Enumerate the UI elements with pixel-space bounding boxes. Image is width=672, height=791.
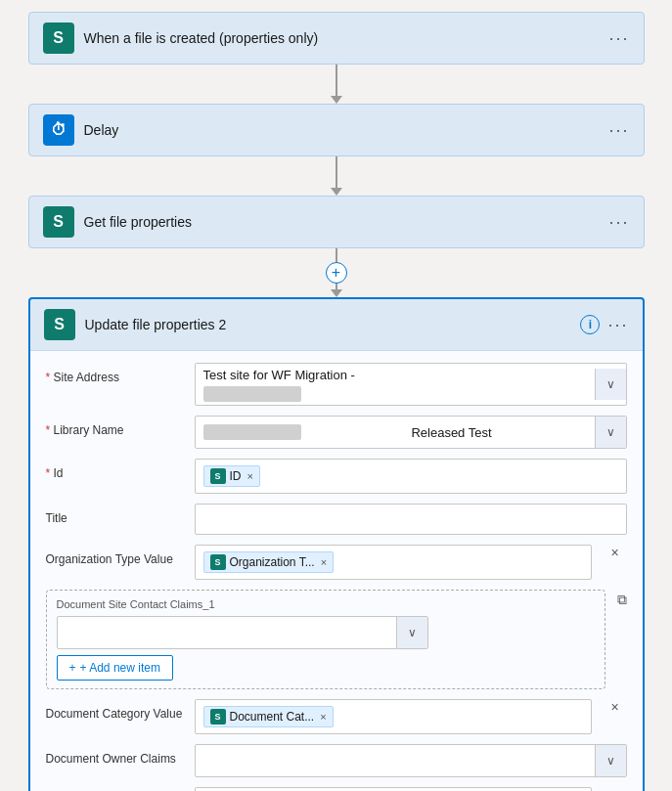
field-row-org-type: Organization Type Value S Organization T…	[46, 545, 627, 580]
step-trigger-icon: S	[43, 22, 74, 54]
title-input[interactable]	[195, 504, 627, 535]
more-dots-icon-4: ···	[607, 315, 628, 335]
library-name-chevron[interactable]: ∨	[595, 417, 626, 448]
doc-site-contact-value	[58, 629, 396, 637]
doc-category-chip: S Document Cat... ×	[203, 706, 334, 727]
site-address-dropdown[interactable]: Test site for WF Migration - ∨	[195, 363, 627, 406]
library-name-dropdown[interactable]: Released Test ∨	[195, 416, 627, 449]
doc-category-input[interactable]: S Document Cat... ×	[195, 699, 592, 734]
flow-container: S When a file is created (properties onl…	[16, 12, 656, 791]
site-address-value: Test site for WF Migration -	[203, 364, 587, 386]
add-item-label: + Add new item	[80, 661, 160, 675]
doc-category-chip-label: Document Cat...	[230, 710, 315, 724]
step-delay-more[interactable]: ···	[608, 120, 629, 141]
field-row-doc-category: Document Category Value S Document Cat..…	[46, 699, 627, 734]
library-name-value: Released Test	[403, 425, 499, 440]
doc-site-contact-section: Document Site Contact Claims_1 ∨ + + Add…	[46, 590, 605, 689]
doc-owner-dropdown[interactable]: ∨	[195, 744, 627, 777]
id-label: Id	[46, 459, 183, 480]
org-type-chip-icon: S	[210, 554, 226, 570]
doc-site-contact-chevron[interactable]: ∨	[396, 617, 427, 648]
doc-category-chip-icon: S	[210, 709, 226, 725]
id-chip-remove[interactable]: ×	[247, 470, 253, 482]
field-row-title: Title	[46, 504, 627, 535]
step-update-body: Site Address Test site for WF Migration …	[30, 350, 643, 791]
site-address-label: Site Address	[46, 363, 183, 384]
doc-category-clear[interactable]: ×	[604, 699, 627, 715]
step-trigger-more[interactable]: ···	[608, 28, 629, 49]
step-update-more[interactable]: ···	[607, 315, 628, 335]
arrow-head-1	[331, 96, 342, 104]
doc-status-clear[interactable]: ×	[604, 787, 627, 791]
id-chip-label: ID	[230, 469, 242, 483]
doc-owner-chevron[interactable]: ∨	[595, 745, 626, 776]
copy-icon[interactable]: ⧉	[617, 592, 627, 608]
field-row-doc-status: Document Status Value S Document Stat...…	[46, 787, 627, 791]
field-row-doc-owner: Document Owner Claims ∨	[46, 744, 627, 777]
more-dots-icon-3: ···	[608, 212, 629, 233]
arrow-plus-connector: +	[331, 248, 342, 297]
info-icon: i	[589, 318, 592, 331]
library-name-label: Library Name	[46, 416, 183, 437]
field-row-id: Id S ID ×	[46, 459, 627, 494]
site-address-chevron[interactable]: ∨	[595, 369, 626, 400]
doc-category-label: Document Category Value	[46, 699, 183, 721]
org-type-input[interactable]: S Organization T... ×	[195, 545, 592, 580]
org-type-chip-label: Organization T...	[230, 555, 315, 569]
step-delay-header: ⏱ Delay ···	[29, 105, 644, 155]
arrow-plus-head	[331, 289, 342, 297]
id-input[interactable]: S ID ×	[195, 459, 627, 494]
step-get-properties-header: S Get file properties ···	[29, 197, 644, 247]
doc-owner-label: Document Owner Claims	[46, 744, 183, 766]
org-type-clear[interactable]: ×	[604, 545, 627, 560]
field-row-library-name: Library Name Released Test ∨	[46, 416, 627, 449]
library-name-blurred	[203, 424, 301, 440]
org-type-chip-remove[interactable]: ×	[321, 556, 327, 568]
doc-site-contact-dropdown[interactable]: ∨	[57, 616, 428, 649]
step-get-properties-more[interactable]: ···	[608, 212, 629, 233]
step-trigger-header: S When a file is created (properties onl…	[29, 13, 644, 64]
doc-site-contact-title: Document Site Contact Claims_1	[57, 598, 595, 610]
arrow-line-1	[336, 65, 337, 96]
org-type-chip: S Organization T... ×	[203, 551, 335, 573]
more-dots-icon-2: ···	[608, 120, 629, 141]
add-step-button[interactable]: +	[326, 262, 347, 284]
step-trigger-title: When a file is created (properties only)	[84, 30, 600, 46]
doc-status-input[interactable]: S Document Stat... ×	[195, 787, 592, 791]
arrow-head-2	[331, 188, 342, 196]
step-delay-card: ⏱ Delay ···	[28, 104, 645, 156]
step-trigger-card: S When a file is created (properties onl…	[28, 12, 645, 65]
arrow-2	[331, 156, 342, 196]
add-item-button[interactable]: + + Add new item	[57, 655, 173, 681]
info-button[interactable]: i	[580, 315, 600, 334]
step-update-controls: i ···	[580, 315, 628, 335]
step-update-title: Update file properties 2	[85, 317, 571, 332]
id-chip-icon: S	[210, 468, 226, 484]
step-get-properties-title: Get file properties	[84, 214, 600, 230]
step-delay-title: Delay	[84, 122, 600, 138]
title-label: Title	[46, 504, 183, 525]
arrow-line-2	[336, 156, 337, 188]
step-get-properties-icon: S	[43, 206, 74, 238]
doc-status-label: Document Status Value	[46, 787, 183, 791]
step-delay-icon: ⏱	[43, 114, 74, 146]
site-address-blurred	[203, 386, 301, 402]
org-type-label: Organization Type Value	[46, 545, 183, 566]
step-update-icon: S	[44, 309, 75, 340]
step-update-header: S Update file properties 2 i ···	[30, 299, 643, 350]
doc-owner-value	[196, 757, 595, 765]
field-row-doc-site-contact: Document Site Contact Claims_1 ∨ + + Add…	[46, 590, 627, 689]
field-row-site-address: Site Address Test site for WF Migration …	[46, 363, 627, 406]
step-update-card: S Update file properties 2 i ··· Site Ad…	[28, 297, 645, 791]
step-get-properties-card: S Get file properties ···	[28, 196, 645, 248]
arrow-1	[331, 65, 342, 104]
doc-category-chip-remove[interactable]: ×	[320, 711, 326, 723]
id-tag-chip: S ID ×	[203, 465, 260, 487]
add-item-plus: +	[69, 661, 76, 675]
more-dots-icon: ···	[608, 28, 629, 49]
